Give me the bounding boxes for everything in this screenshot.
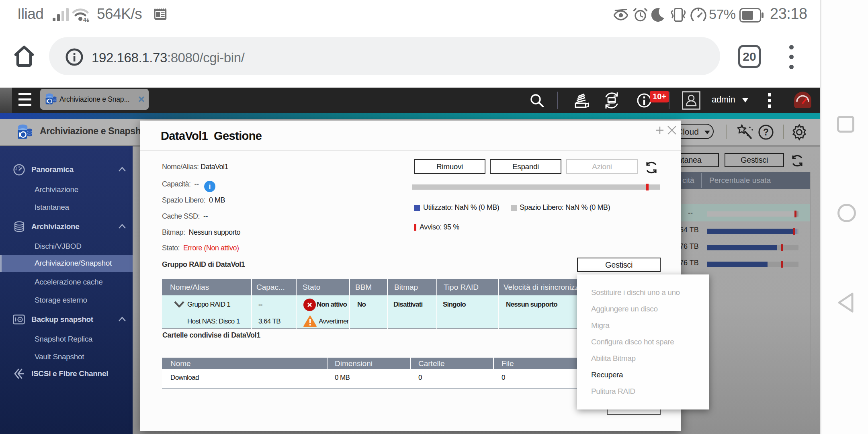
svg-text:4: 4 xyxy=(83,16,86,22)
svg-text:?: ? xyxy=(763,127,769,137)
